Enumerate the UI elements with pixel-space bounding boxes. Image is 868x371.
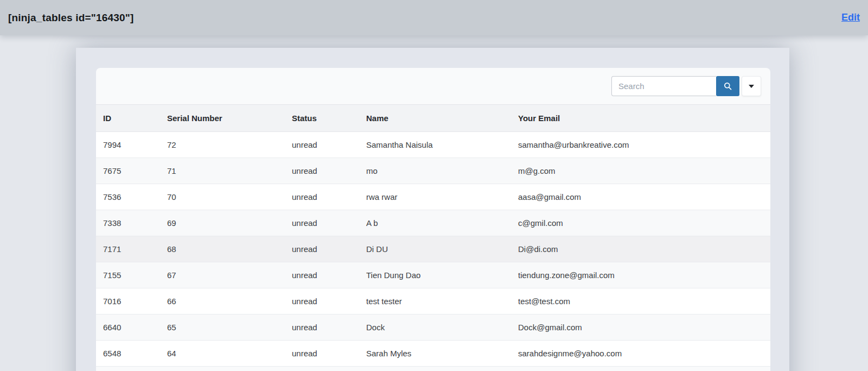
cell-status: unread [285,132,359,158]
cell-serial: 67 [160,262,285,288]
cell-status: unread [285,288,359,315]
search-group [611,76,761,96]
table-toolbar [96,68,770,104]
search-input[interactable] [611,76,716,96]
cell-id: 7016 [96,288,160,315]
search-options-toggle[interactable] [742,76,761,96]
cell-id: 7338 [96,210,160,236]
cell-status: unread [285,315,359,341]
table-row: 799472unreadSamantha Naisulasamantha@urb… [96,132,770,158]
search-icon [723,81,733,91]
cell-serial: 65 [160,315,285,341]
table-body: 799472unreadSamantha Naisulasamantha@urb… [96,132,770,367]
cell-email: Di@di.com [511,236,770,262]
cell-name: test tester [359,288,511,315]
cell-id: 6640 [96,315,160,341]
cell-name: Dock [359,315,511,341]
cell-status: unread [285,158,359,184]
cell-name: Sarah Myles [359,341,511,367]
table-row: 701666unreadtest testertest@test.com [96,288,770,315]
cell-serial: 64 [160,341,285,367]
cell-id: 7171 [96,236,160,262]
table-header-row: IDSerial NumberStatusNameYour Email [96,105,770,132]
cell-name: A b [359,210,511,236]
ninja-table: IDSerial NumberStatusNameYour Email 7994… [96,104,770,367]
cell-id: 7155 [96,262,160,288]
column-header-id: ID [96,105,160,132]
cell-id: 6548 [96,341,160,367]
table-row: 715567unreadTien Dung Daotiendung.zone@g… [96,262,770,288]
cell-serial: 71 [160,158,285,184]
cell-status: unread [285,262,359,288]
edit-link[interactable]: Edit [841,12,860,23]
cell-name: Di DU [359,236,511,262]
cell-email: tiendung.zone@gmail.com [511,262,770,288]
cell-email: aasa@gmail.com [511,184,770,210]
chevron-down-icon [749,85,754,88]
column-header-email: Your Email [511,105,770,132]
table-row: 654864unreadSarah Mylessarahdesignme@yah… [96,341,770,367]
ninja-table-panel: IDSerial NumberStatusNameYour Email 7994… [96,68,770,371]
cell-email: samantha@urbankreative.com [511,132,770,158]
table-row: 664065unreadDockDock@gmail.com [96,315,770,341]
table-card: IDSerial NumberStatusNameYour Email 7994… [76,48,789,371]
topbar: [ninja_tables id="16430"] Edit [0,0,868,35]
search-button[interactable] [716,76,739,96]
cell-serial: 69 [160,210,285,236]
table-row: 717168unreadDi DUDi@di.com [96,236,770,262]
column-header-status: Status [285,105,359,132]
cell-status: unread [285,210,359,236]
cell-status: unread [285,341,359,367]
cell-id: 7994 [96,132,160,158]
cell-serial: 70 [160,184,285,210]
cell-serial: 68 [160,236,285,262]
cell-email: c@gmil.com [511,210,770,236]
cell-serial: 72 [160,132,285,158]
column-header-serial: Serial Number [160,105,285,132]
cell-id: 7675 [96,158,160,184]
column-header-name: Name [359,105,511,132]
cell-email: sarahdesignme@yahoo.com [511,341,770,367]
cell-status: unread [285,236,359,262]
cell-email: test@test.com [511,288,770,315]
table-row: 733869unreadA bc@gmil.com [96,210,770,236]
cell-id: 7536 [96,184,160,210]
table-row: 753670unreadrwa rwaraasa@gmail.com [96,184,770,210]
cell-name: mo [359,158,511,184]
cell-email: m@g.com [511,158,770,184]
cell-email: Dock@gmail.com [511,315,770,341]
shortcode-title: [ninja_tables id="16430"] [8,12,134,24]
cell-name: Tien Dung Dao [359,262,511,288]
cell-name: Samantha Naisula [359,132,511,158]
cell-name: rwa rwar [359,184,511,210]
cell-status: unread [285,184,359,210]
table-row: 767571unreadmom@g.com [96,158,770,184]
cell-serial: 66 [160,288,285,315]
